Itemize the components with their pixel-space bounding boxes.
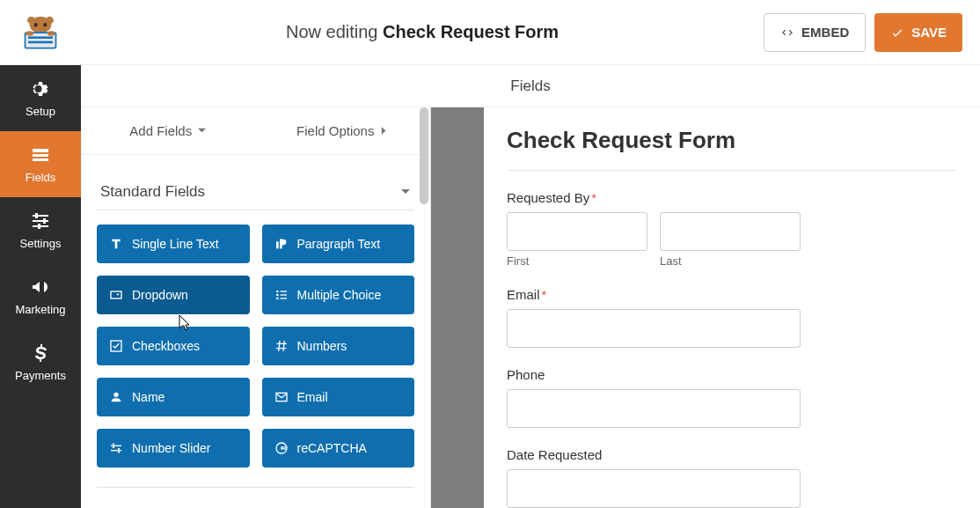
sliders-icon	[30, 210, 51, 232]
save-button[interactable]: SAVE	[874, 13, 962, 52]
section-title: Fields	[510, 77, 550, 95]
svg-point-29	[113, 393, 118, 397]
svg-rect-31	[111, 445, 121, 446]
group-standard-fields[interactable]: Standard Fields	[97, 171, 414, 210]
phone-input[interactable]	[507, 389, 801, 428]
scrollbar-thumb[interactable]	[420, 107, 428, 204]
svg-rect-32	[113, 444, 114, 448]
sidebar-item-label: Fields	[26, 171, 56, 184]
form-preview: Check Request Form Requested By* First L…	[484, 107, 980, 508]
field-label: Single Line Text	[132, 237, 219, 251]
top-actions: EMBED SAVE	[764, 13, 980, 52]
editing-title: Now editing Check Request Form	[81, 22, 764, 42]
field-grid: Single Line Text Paragraph Text Dropdown…	[97, 225, 414, 468]
chevron-down-icon	[400, 187, 411, 197]
field-email[interactable]: Email*	[507, 287, 957, 348]
field-number-slider[interactable]: Number Slider	[97, 429, 250, 468]
logo	[0, 0, 81, 65]
code-icon	[780, 26, 794, 40]
group-title: Standard Fields	[100, 183, 205, 201]
field-recaptcha[interactable]: reCAPTCHA	[262, 429, 415, 468]
panel-scrollbar[interactable]	[420, 107, 428, 508]
first-name-input[interactable]	[507, 212, 647, 251]
date-requested-input[interactable]	[507, 469, 801, 508]
list-icon	[274, 288, 289, 302]
svg-point-2	[46, 16, 54, 24]
svg-rect-6	[28, 36, 53, 39]
field-phone[interactable]: Phone	[507, 367, 957, 428]
editing-form-name: Check Request Form	[383, 22, 559, 41]
envelope-icon	[274, 390, 289, 404]
tab-label: Field Options	[296, 123, 374, 138]
field-multiple-choice[interactable]: Multiple Choice	[262, 276, 415, 314]
field-single-line-text[interactable]: Single Line Text	[97, 225, 250, 263]
svg-rect-33	[111, 450, 121, 451]
gear-icon	[30, 78, 51, 99]
field-label: Numbers	[297, 339, 347, 353]
svg-point-1	[27, 16, 35, 24]
embed-button[interactable]: EMBED	[764, 13, 866, 52]
divider	[97, 210, 414, 210]
panel-tabs: Add Fields Field Options	[81, 107, 430, 155]
bullhorn-icon	[30, 276, 51, 298]
svg-rect-18	[38, 224, 40, 229]
svg-rect-19	[276, 241, 279, 248]
top-bar: Now editing Check Request Form EMBED SAV…	[0, 0, 980, 65]
svg-rect-14	[33, 220, 48, 222]
sidebar-item-marketing[interactable]: Marketing	[0, 263, 81, 329]
field-email[interactable]: Email	[262, 378, 415, 416]
sidebar-item-payments[interactable]: Payments	[0, 329, 81, 395]
field-name[interactable]: Name	[97, 378, 250, 416]
google-icon	[274, 441, 289, 455]
canvas-gutter	[431, 107, 484, 508]
svg-rect-16	[35, 213, 38, 218]
sidebar-item-setup[interactable]: Setup	[0, 65, 81, 131]
svg-point-26	[276, 298, 279, 300]
label-text: Email	[507, 287, 540, 302]
field-label: Multiple Choice	[297, 288, 382, 302]
work-body: Add Fields Field Options Standard Fields	[81, 107, 980, 508]
svg-point-4	[43, 22, 47, 26]
field-label: Paragraph Text	[297, 237, 381, 251]
check-icon	[890, 26, 904, 40]
svg-rect-11	[33, 154, 48, 157]
tab-add-fields[interactable]: Add Fields	[81, 107, 256, 154]
svg-rect-34	[118, 448, 120, 453]
sidebar-item-label: Settings	[20, 237, 62, 250]
sidebar-item-label: Setup	[26, 105, 55, 118]
field-requested-by[interactable]: Requested By* First Last	[507, 190, 957, 268]
chevron-down-icon	[197, 126, 207, 136]
field-label: Name	[132, 390, 165, 404]
sidebar-item-settings[interactable]: Settings	[0, 197, 81, 263]
svg-rect-27	[280, 298, 286, 298]
field-checkboxes[interactable]: Checkboxes	[97, 327, 250, 365]
paragraph-icon	[274, 237, 289, 251]
check-icon	[109, 339, 123, 353]
svg-rect-7	[28, 40, 53, 43]
tab-field-options[interactable]: Field Options	[256, 107, 431, 154]
svg-rect-23	[280, 291, 286, 291]
sidebar-item-fields[interactable]: Fields	[0, 131, 81, 197]
field-label: Requested By*	[507, 190, 957, 205]
svg-rect-12	[33, 158, 48, 161]
svg-rect-25	[280, 294, 286, 295]
field-label: Phone	[507, 367, 957, 382]
field-label: Checkboxes	[132, 339, 200, 353]
email-input[interactable]	[507, 309, 801, 348]
svg-rect-17	[43, 218, 46, 224]
label-text: Requested By	[507, 190, 589, 205]
embed-label: EMBED	[801, 25, 849, 40]
sublabel-last: Last	[660, 254, 801, 268]
work-area: Fields Add Fields Field Options Standard…	[81, 65, 980, 508]
required-mark: *	[542, 287, 547, 302]
field-label: Email	[297, 390, 328, 404]
field-dropdown[interactable]: Dropdown	[97, 276, 250, 314]
field-paragraph-text[interactable]: Paragraph Text	[262, 225, 415, 263]
field-numbers[interactable]: Numbers	[262, 327, 415, 365]
field-date-requested[interactable]: Date Requested	[507, 447, 957, 508]
svg-point-9	[48, 31, 55, 35]
last-name-input[interactable]	[660, 212, 801, 251]
sublabel-first: First	[507, 254, 647, 268]
user-icon	[109, 390, 123, 404]
svg-rect-13	[33, 215, 48, 217]
